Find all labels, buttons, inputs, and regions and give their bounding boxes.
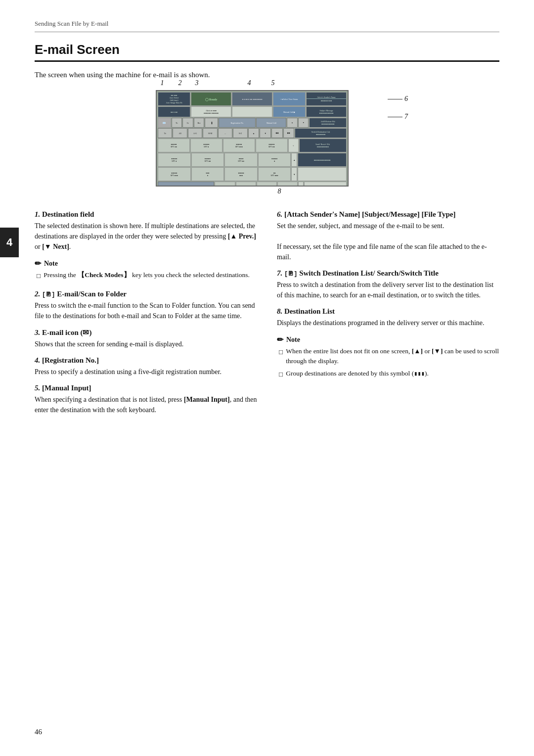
right-column: 6. [Attach Sender's Name] [Subject/Messa… xyxy=(277,210,499,422)
note2-item2: □ Group destinations are denoted by this… xyxy=(277,369,499,379)
item7-body: Press to switch a destination from the d… xyxy=(277,280,499,300)
breadcrumb: Sending Scan File by E-mail xyxy=(35,20,499,32)
right-label-6: 6 xyxy=(388,95,408,103)
item6-title: 6. [Attach Sender's Name] [Subject/Messa… xyxy=(277,210,499,219)
item3-title: 3. E-mail icon (✉) xyxy=(35,328,257,337)
item-destination-field: 1. Destination field The selected destin… xyxy=(35,210,257,252)
note2-item1: □ When the entire list does not fit on o… xyxy=(277,346,499,367)
item8-title: 8. Destination List xyxy=(277,307,499,316)
right-label-7: 7 xyxy=(388,113,408,121)
diagram-area: 1 2 3 4 5 ●● ●●●Auto SelectAdd (max)Auto… xyxy=(35,90,499,195)
item-registration-no: 4. [Registration No.] Press to specify a… xyxy=(35,356,257,377)
page-number: 46 xyxy=(35,728,42,736)
note-icon-1: ✏ xyxy=(35,259,41,268)
diagram-container: 1 2 3 4 5 ●● ●●●Auto SelectAdd (max)Auto… xyxy=(131,90,403,195)
item2-title: 2. [🖹] E-mail/Scan to Folder xyxy=(35,290,257,298)
item-manual-input: 5. [Manual Input] When specifying a dest… xyxy=(35,384,257,415)
note2-label: Note xyxy=(286,336,300,344)
item6-body: Set the sender, subject, and message of … xyxy=(277,221,499,262)
note1-header: ✏ Note xyxy=(35,259,257,268)
callout-4: 4 xyxy=(243,79,256,87)
item-switch-destination: 7. [🖹] Switch Destination List/ Search/S… xyxy=(277,269,499,300)
item5-title: 5. [Manual Input] xyxy=(35,384,257,392)
callout-2: 2 xyxy=(174,79,186,87)
item4-body: Press to specify a destination using a f… xyxy=(35,367,257,377)
item2-body: Press to switch the e-mail function to t… xyxy=(35,300,257,321)
note2-header: ✏ Note xyxy=(277,335,499,344)
screen-mockup: ●● ●●●Auto SelectAdd (max)Auto Image Dat… xyxy=(156,90,349,187)
item-email-scan-folder: 2. [🖹] E-mail/Scan to Folder Press to sw… xyxy=(35,290,257,321)
note1-item1: □ Pressing the 【Check Modes】 key lets yo… xyxy=(35,270,257,281)
note-icon-2: ✏ xyxy=(277,335,283,344)
note-box-1: ✏ Note □ Pressing the 【Check Modes】 key … xyxy=(35,259,257,283)
item1-body: The selected destination is shown here. … xyxy=(35,221,257,252)
right-labels: 6 7 xyxy=(388,95,408,121)
callout-8: 8 xyxy=(156,188,403,195)
item7-title: 7. [🖹] Switch Destination List/ Search/S… xyxy=(277,269,499,278)
item-attach-sender: 6. [Attach Sender's Name] [Subject/Messa… xyxy=(277,210,499,262)
item8-body: Displays the destinations programed in t… xyxy=(277,318,499,328)
note-box-2: ✏ Note □ When the entire list does not f… xyxy=(277,335,499,381)
item-destination-list: 8. Destination List Displays the destina… xyxy=(277,307,499,328)
callout-5: 5 xyxy=(267,79,279,87)
content-columns: 1. Destination field The selected destin… xyxy=(35,210,499,422)
item3-body: Shows that the screen for sending e-mail… xyxy=(35,339,257,349)
item4-title: 4. [Registration No.] xyxy=(35,356,257,365)
chapter-marker: 4 xyxy=(0,228,19,257)
item-email-icon: 3. E-mail icon (✉) Shows that the screen… xyxy=(35,328,257,349)
left-column: 1. Destination field The selected destin… xyxy=(35,210,257,422)
section-title: E-mail Screen xyxy=(35,42,499,62)
callout-3: 3 xyxy=(190,79,203,87)
item5-body: When specifying a destination that is no… xyxy=(35,394,257,415)
callout-numbers-row: 1 2 3 4 5 xyxy=(156,79,279,87)
intro-text: The screen when using the machine for e-… xyxy=(35,71,499,79)
item1-title: 1. Destination field xyxy=(35,210,257,219)
note1-label: Note xyxy=(44,260,58,268)
callout-1: 1 xyxy=(156,79,169,87)
